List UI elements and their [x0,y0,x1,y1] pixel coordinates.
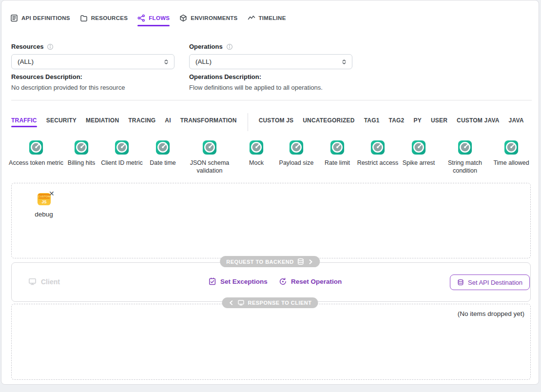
category-tab-tracing[interactable]: TRACING [128,117,155,129]
remove-dropped-policy-icon[interactable]: ✕ [49,190,55,197]
policy-string-match-condition[interactable]: String match condition [442,140,488,175]
category-tab-custom-java[interactable]: CUSTOM JAVA [457,117,500,129]
policy-label: Spike arrest [395,159,442,167]
box-icon [179,14,187,22]
policy-label: Date time [139,159,186,167]
category-tab-java[interactable]: JAVA [509,117,524,129]
category-tab-traffic[interactable]: TRAFFIC [11,117,37,129]
resources-description-label: Resources Description: [11,73,82,80]
category-tab-tag1[interactable]: TAG1 [364,117,380,129]
gauge-icon [202,140,218,156]
tab-timeline[interactable]: TIMELINE [248,14,286,22]
tab-label: ENVIRONMENTS [191,15,237,21]
policy-label: Access token metric [7,159,65,167]
select-chevrons-icon [341,59,348,65]
info-icon[interactable] [226,43,233,50]
policy-label: Restrict access [353,159,402,167]
policy-label: JSON schema validation [186,159,233,175]
set-api-destination-label: Set API Destination [468,279,522,286]
category-tab-user[interactable]: USER [431,117,447,129]
policy-spike-arrest[interactable]: Spike arrest [395,140,442,167]
tab-api-definitions[interactable]: API DEFINITIONS [10,14,70,22]
database-icon [297,258,305,265]
response-empty-text: (No items dropped yet) [458,310,524,317]
gauge-icon [289,140,305,156]
policy-date-time[interactable]: Date time [139,140,186,167]
gauge-icon [411,140,427,156]
document-icon [10,14,18,22]
set-exceptions-label: Set Exceptions [220,278,268,285]
operations-select-value: (ALL) [195,58,212,65]
info-icon[interactable] [47,43,54,50]
category-tab-ai[interactable]: AI [165,117,171,129]
badge-label: REQUEST TO BACKEND [226,259,293,265]
tab-environments[interactable]: ENVIRONMENTS [179,14,237,22]
flow-icon [137,14,145,22]
category-tab-tag2[interactable]: TAG2 [389,117,405,129]
response-drop-zone[interactable]: (No items dropped yet) [11,304,531,380]
policy-restrict-access[interactable]: Restrict access [353,140,402,167]
category-tab-custom-js[interactable]: CUSTOM JS [259,117,294,129]
set-exceptions-button[interactable]: Set Exceptions [208,277,268,286]
set-api-destination-button[interactable]: Set API Destination [450,274,530,290]
gauge-icon [370,140,386,156]
policy-payload-size[interactable]: Payload size [273,140,320,167]
resources-description-text: No description provided for this resourc… [11,84,125,91]
header-tab-bar: API DEFINITIONS RESOURCES FLOWS ENVIRONM… [10,14,286,22]
operations-description-label: Operations Description: [189,73,261,80]
gauge-icon [114,140,130,156]
dropped-policy-debug[interactable]: CUSTOM JS debug [28,191,59,218]
operations-field-label: Operations [189,43,233,50]
gauge-icon [74,140,90,156]
client-endpoint: Client [28,277,60,286]
category-tab-py[interactable]: PY [413,117,421,129]
flows-page: API DEFINITIONS RESOURCES FLOWS ENVIRONM… [1,0,539,385]
tab-flows[interactable]: FLOWS [137,14,170,22]
category-tab-transformation[interactable]: TRANSFORMATION [180,117,237,129]
gauge-icon [249,140,265,156]
gauge-icon [329,140,346,156]
policy-label: Payload size [273,159,320,167]
request-drop-zone[interactable]: CUSTOM JS debug ✕ [11,183,531,258]
gauge-icon [155,140,171,156]
policy-json-schema-validation[interactable]: JSON schema validation [186,140,233,175]
monitor-icon [28,277,37,286]
chevron-right-icon [308,259,314,265]
timeline-icon [248,14,255,22]
folder-icon [80,14,88,22]
badge-label: RESPONSE TO CLIENT [248,300,311,306]
operations-label-text: Operations [189,43,223,50]
tab-resources[interactable]: RESOURCES [80,14,128,22]
tab-label: TIMELINE [259,15,286,21]
gauge-icon [28,140,44,156]
policy-access-token-metric[interactable]: Access token metric [7,140,65,167]
policy-label: String match condition [442,159,488,175]
category-tab-uncategorized[interactable]: UNCATEGORIZED [303,117,354,129]
database-icon [457,279,464,286]
resources-select[interactable]: (ALL) [11,54,174,69]
resources-field-label: Resources [11,43,54,50]
resources-select-value: (ALL) [18,58,34,65]
svg-text:CUSTOM: CUSTOM [38,195,50,198]
request-to-backend-badge: REQUEST TO BACKEND [220,256,320,267]
section-divider [11,100,532,100]
tab-label: RESOURCES [91,15,128,21]
category-tab-mediation[interactable]: MEDIATION [86,117,119,129]
gauge-icon [503,140,520,156]
response-to-client-badge: RESPONSE TO CLIENT [222,297,318,308]
operations-select[interactable]: (ALL) [189,54,352,69]
clipboard-check-icon [208,277,216,286]
resources-label-text: Resources [11,43,43,50]
category-tab-divider [248,113,248,131]
category-tab-security[interactable]: SECURITY [46,117,77,129]
tab-label: API DEFINITIONS [21,15,70,21]
policy-time-allowed[interactable]: Time allowed [487,140,536,167]
client-label: Client [41,278,60,286]
tab-label: FLOWS [149,15,170,21]
reset-operation-button[interactable]: Reset Operation [279,277,342,286]
dropped-policy-label: debug [28,211,59,218]
client-row: Client Set Exceptions Reset Operation Se… [11,262,531,302]
svg-text:JS: JS [41,200,47,204]
chevron-left-icon [228,300,234,306]
select-chevrons-icon [163,59,170,65]
